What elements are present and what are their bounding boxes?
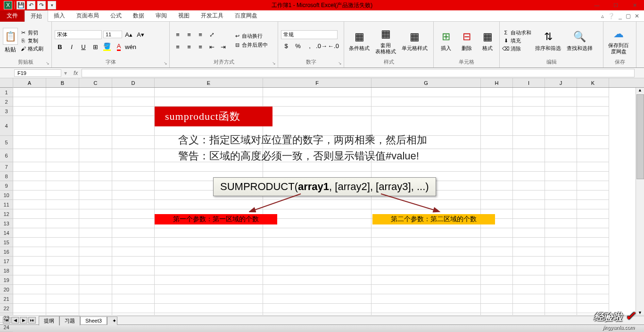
redo-icon[interactable]: ↷ (37, 1, 46, 9)
cell[interactable] (481, 294, 513, 304)
scroll-thumb[interactable] (636, 94, 644, 179)
cell[interactable] (577, 238, 609, 247)
delete-cells-button[interactable]: ⊟删除 (457, 28, 476, 52)
cell[interactable] (112, 191, 155, 200)
cell[interactable] (513, 209, 545, 219)
cell[interactable] (513, 238, 545, 247)
cell[interactable] (577, 162, 609, 172)
cell[interactable] (79, 107, 112, 116)
row-head-3[interactable]: 3 (0, 107, 13, 116)
cell[interactable] (513, 172, 545, 181)
col-head-G[interactable]: G (372, 78, 481, 87)
cell[interactable] (577, 107, 609, 116)
cell[interactable] (112, 266, 155, 275)
tab-page-layout[interactable]: 页面布局 (71, 10, 105, 21)
cell[interactable] (13, 247, 46, 257)
cell[interactable] (79, 257, 112, 266)
cell[interactable] (263, 294, 372, 304)
cell[interactable] (13, 294, 46, 304)
cell[interactable] (513, 162, 545, 172)
row-head-23[interactable]: 23 (0, 313, 13, 323)
cell[interactable] (79, 172, 112, 181)
cell[interactable] (481, 136, 513, 149)
row-head-19[interactable]: 19 (0, 275, 13, 285)
save-icon[interactable]: 💾 (17, 1, 25, 9)
cell[interactable] (155, 228, 263, 238)
sheet-tab-2[interactable]: 习题 (59, 316, 80, 325)
cell[interactable] (13, 228, 46, 238)
cell[interactable] (263, 97, 372, 107)
cell[interactable] (79, 228, 112, 238)
cell[interactable] (263, 257, 372, 266)
cell[interactable] (577, 88, 609, 97)
cell[interactable] (513, 266, 545, 275)
cell[interactable] (263, 247, 372, 257)
cell[interactable] (577, 209, 609, 219)
row-head-24[interactable]: 24 (0, 323, 13, 332)
row-head-4[interactable]: 4 (0, 116, 13, 136)
cell[interactable] (263, 219, 372, 228)
cell[interactable] (263, 285, 372, 294)
cell[interactable] (372, 313, 481, 315)
cell[interactable] (155, 313, 263, 315)
cell[interactable] (372, 294, 481, 304)
wrap-text-button[interactable]: ↩自动换行 (234, 33, 268, 40)
cell[interactable] (112, 228, 155, 238)
cell[interactable] (79, 313, 112, 315)
row-head-5[interactable]: 5 (0, 136, 13, 149)
conditional-format-button[interactable]: ▦条件格式 (347, 28, 372, 52)
tab-home[interactable]: 开始 (25, 10, 48, 22)
percent-icon[interactable]: % (293, 41, 303, 51)
cell[interactable] (79, 97, 112, 107)
clipboard-launcher-icon[interactable]: ↘ (46, 61, 50, 66)
cell[interactable] (263, 107, 372, 116)
number-format-select[interactable]: 常规 (281, 30, 338, 39)
cell[interactable] (46, 162, 79, 172)
cell[interactable] (112, 238, 155, 247)
cell[interactable] (79, 294, 112, 304)
fill-button[interactable]: ⬇填充 (503, 37, 531, 44)
cell[interactable] (13, 209, 46, 219)
row-head-9[interactable]: 9 (0, 181, 13, 191)
cell[interactable] (545, 191, 577, 200)
cell[interactable] (545, 136, 577, 149)
cell[interactable] (545, 172, 577, 181)
cell[interactable] (112, 285, 155, 294)
cell[interactable] (263, 88, 372, 97)
cell[interactable] (513, 149, 545, 162)
cell[interactable] (372, 304, 481, 313)
cell[interactable] (46, 313, 79, 315)
cell[interactable] (545, 181, 577, 191)
row-head-8[interactable]: 8 (0, 172, 13, 181)
cell[interactable] (46, 275, 79, 285)
cell[interactable] (79, 162, 112, 172)
cell[interactable] (577, 172, 609, 181)
cell[interactable] (481, 228, 513, 238)
help-icon[interactable]: ❔ (608, 13, 615, 19)
align-left-icon[interactable]: ≡ (173, 42, 183, 52)
cell[interactable] (481, 116, 513, 136)
cell[interactable] (481, 313, 513, 315)
cell[interactable] (112, 97, 155, 107)
cell[interactable] (112, 149, 155, 162)
phonetic-button[interactable]: wén (125, 42, 136, 52)
cell[interactable] (46, 191, 79, 200)
cell[interactable] (481, 181, 513, 191)
tab-formulas[interactable]: 公式 (105, 10, 127, 21)
cell[interactable] (545, 97, 577, 107)
row-head-1[interactable]: 1 (0, 88, 13, 97)
cell[interactable] (372, 266, 481, 275)
tab-data[interactable]: 数据 (127, 10, 150, 21)
cell[interactable] (545, 257, 577, 266)
cell[interactable] (13, 88, 46, 97)
cell[interactable] (13, 162, 46, 172)
cell[interactable] (513, 304, 545, 313)
cell[interactable] (79, 304, 112, 313)
number-launcher-icon[interactable]: ↘ (338, 61, 342, 66)
insert-cells-button[interactable]: ⊞插入 (437, 28, 455, 52)
cell[interactable] (372, 88, 481, 97)
cell[interactable] (545, 107, 577, 116)
cell[interactable] (112, 313, 155, 315)
cell[interactable] (372, 247, 481, 257)
col-head-C[interactable]: C (79, 78, 112, 87)
